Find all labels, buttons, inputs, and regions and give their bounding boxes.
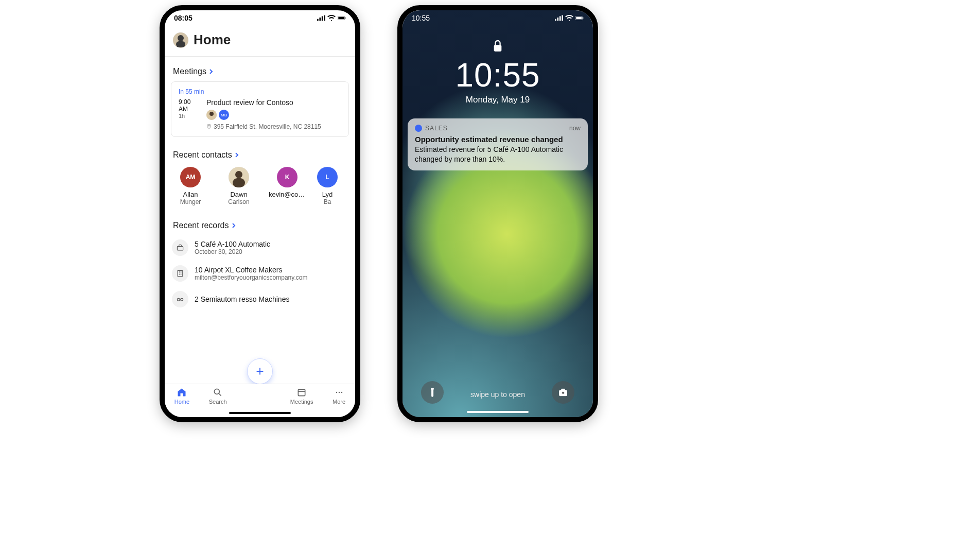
contact-sub: Munger [172,198,209,205]
svg-rect-16 [177,247,183,250]
svg-rect-15 [233,178,245,187]
svg-point-20 [215,389,220,394]
notification-app-icon [415,125,422,132]
meeting-card[interactable]: In 55 min 9:00 AM 1h Product review for … [171,81,349,137]
svg-rect-5 [338,17,344,19]
section-meetings-label: Meetings [173,67,206,76]
tab-meetings[interactable]: Meetings [290,387,313,405]
record-sub: October 30, 2020 [195,248,270,255]
signal-icon [555,15,563,21]
chevron-right-icon [208,69,214,74]
svg-point-23 [338,392,340,393]
svg-rect-32 [494,45,502,51]
section-meetings[interactable]: Meetings [173,67,347,76]
svg-rect-21 [298,389,305,396]
notification-app: SALES [425,125,448,132]
record-title: 2 Semiautom resso Machines [195,295,289,303]
svg-point-11 [209,112,214,116]
record-sub: milton@bestforyouorganicscompany.com [195,274,307,281]
wifi-icon [327,15,336,21]
svg-rect-26 [557,18,558,21]
meeting-duration: 1h [179,113,201,119]
tab-label: Search [209,399,227,405]
svg-point-22 [336,392,337,393]
briefcase-icon [172,239,188,256]
svg-rect-30 [576,17,582,19]
svg-rect-28 [562,15,563,21]
chevron-right-icon [234,152,239,158]
svg-rect-2 [322,16,323,21]
meeting-countdown: In 55 min [179,88,341,95]
notification-time: now [569,125,581,132]
contact-avatar: K [277,167,297,187]
page-title: Home [194,32,231,48]
contact-item[interactable]: K kevin@con… [269,167,306,205]
meeting-location: 395 Fairfield St. Mooresville, NC 28115 [214,123,321,130]
attendee-avatar [206,110,217,120]
lock-date: Monday, May 19 [402,95,593,105]
home-indicator[interactable] [467,411,529,413]
record-item[interactable]: 5 Café A-100 Automatic October 30, 2020 [171,235,349,260]
contact-item[interactable]: AM Allan Munger [172,167,209,205]
tab-label: More [332,399,345,405]
contact-avatar: L [317,167,338,187]
flashlight-button[interactable] [421,381,444,404]
record-item[interactable]: 2 Semiautom resso Machines [171,287,349,312]
lock-icon [492,39,503,54]
svg-rect-0 [317,19,319,21]
home-indicator[interactable] [229,412,291,414]
contact-avatar [229,167,249,187]
svg-rect-31 [583,18,583,19]
contact-name: Allan [172,191,209,198]
svg-point-18 [177,298,180,301]
tab-label: Meetings [290,399,313,405]
phone-app-home: 08:05 Home Meetings In [160,5,360,422]
svg-rect-27 [559,16,561,21]
fab-add-button[interactable] [247,358,273,384]
app-header: Home [165,26,355,57]
svg-point-34 [562,391,565,394]
contact-item[interactable]: L Lyd Ba [317,167,338,205]
glasses-icon [172,291,188,307]
battery-icon [338,15,346,21]
section-records-label: Recent records [173,221,229,230]
record-title: 10 Airpot XL Coffee Makers [195,266,307,274]
svg-rect-1 [319,18,321,21]
svg-rect-25 [555,19,556,21]
notification-card[interactable]: SALES now Opportunity estimated revenue … [408,118,588,170]
section-contacts[interactable]: Recent contacts [173,150,347,160]
contact-name: kevin@con… [269,191,306,198]
status-bar: 10:55 [402,10,593,26]
wifi-icon [565,15,573,21]
svg-rect-6 [345,18,345,19]
user-avatar[interactable] [173,32,188,48]
lock-clock: 10:55 [402,59,593,92]
meeting-start: 9:00 AM [179,98,201,113]
tab-search[interactable]: Search [209,387,227,405]
svg-rect-3 [324,15,325,21]
battery-icon [575,15,584,21]
svg-point-8 [178,35,184,41]
svg-point-12 [208,125,210,127]
status-time: 10:55 [412,14,430,22]
section-records[interactable]: Recent records [173,221,347,230]
attendee-chip: MB [219,110,229,120]
tab-home[interactable]: Home [174,387,189,405]
contact-avatar: AM [180,167,201,187]
tab-more[interactable]: More [332,387,345,405]
contact-item[interactable]: Dawn Carlson [220,167,257,205]
tab-label: Home [174,399,189,405]
record-item[interactable]: 10 Airpot XL Coffee Makers milton@bestfo… [171,261,349,286]
svg-rect-9 [176,41,185,47]
notification-title: Opportunity estimated revenue changed [415,135,581,144]
location-pin-icon [206,124,212,129]
contacts-row: AM Allan Munger Dawn Carlson K kevin@con… [171,165,349,208]
section-contacts-label: Recent contacts [173,150,232,160]
svg-point-14 [235,171,242,178]
contact-name: Lyd [317,191,338,198]
signal-icon [317,15,325,21]
svg-rect-17 [178,270,183,276]
camera-button[interactable] [552,381,574,404]
contact-sub: Ba [317,198,338,205]
chevron-right-icon [231,223,236,228]
